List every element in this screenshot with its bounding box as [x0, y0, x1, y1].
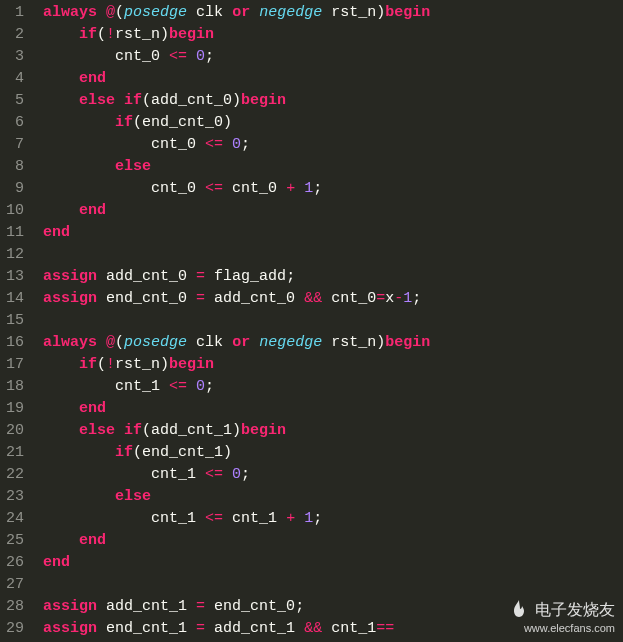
line-number: 23 — [4, 486, 24, 508]
watermark-brand: 电子发烧友 — [535, 600, 615, 621]
code-line — [34, 244, 623, 266]
code-line: if(end_cnt_1) — [34, 442, 623, 464]
watermark: 电子发烧友 www.elecfans.com — [507, 598, 615, 634]
code-line: cnt_1 <= 0; — [34, 464, 623, 486]
line-number: 28 — [4, 596, 24, 618]
line-number: 19 — [4, 398, 24, 420]
code-line: else if(add_cnt_1)begin — [34, 420, 623, 442]
flame-icon — [507, 598, 531, 622]
code-line: else — [34, 156, 623, 178]
code-line: cnt_0 <= 0; — [34, 46, 623, 68]
line-number: 8 — [4, 156, 24, 178]
code-line: else — [34, 486, 623, 508]
line-number: 7 — [4, 134, 24, 156]
line-number-gutter: 1234567891011121314151617181920212223242… — [0, 0, 30, 642]
line-number: 1 — [4, 2, 24, 24]
code-line: cnt_0 <= 0; — [34, 134, 623, 156]
line-number: 10 — [4, 200, 24, 222]
line-number: 14 — [4, 288, 24, 310]
line-number: 25 — [4, 530, 24, 552]
code-line: cnt_1 <= cnt_1 + 1; — [34, 508, 623, 530]
code-line: else if(add_cnt_0)begin — [34, 90, 623, 112]
code-line — [34, 574, 623, 596]
line-number: 26 — [4, 552, 24, 574]
line-number: 17 — [4, 354, 24, 376]
code-line: end — [34, 200, 623, 222]
code-line: end — [34, 398, 623, 420]
code-line: if(!rst_n)begin — [34, 24, 623, 46]
line-number: 4 — [4, 68, 24, 90]
code-line: assign add_cnt_0 = flag_add; — [34, 266, 623, 288]
line-number: 29 — [4, 618, 24, 640]
code-line: always @(posedge clk or negedge rst_n)be… — [34, 332, 623, 354]
line-number: 11 — [4, 222, 24, 244]
line-number: 2 — [4, 24, 24, 46]
line-number: 27 — [4, 574, 24, 596]
code-line: cnt_1 <= 0; — [34, 376, 623, 398]
line-number: 18 — [4, 376, 24, 398]
line-number: 9 — [4, 178, 24, 200]
code-line: end — [34, 552, 623, 574]
line-number: 21 — [4, 442, 24, 464]
code-line: if(!rst_n)begin — [34, 354, 623, 376]
code-editor: 1234567891011121314151617181920212223242… — [0, 0, 623, 642]
line-number: 16 — [4, 332, 24, 354]
code-line: assign end_cnt_0 = add_cnt_0 && cnt_0=x-… — [34, 288, 623, 310]
code-line: end — [34, 68, 623, 90]
line-number: 20 — [4, 420, 24, 442]
code-line: cnt_0 <= cnt_0 + 1; — [34, 178, 623, 200]
line-number: 3 — [4, 46, 24, 68]
line-number: 24 — [4, 508, 24, 530]
watermark-url: www.elecfans.com — [507, 622, 615, 634]
code-line: always @(posedge clk or negedge rst_n)be… — [34, 2, 623, 24]
line-number: 6 — [4, 112, 24, 134]
line-number: 15 — [4, 310, 24, 332]
line-number: 12 — [4, 244, 24, 266]
line-number: 5 — [4, 90, 24, 112]
code-content: always @(posedge clk or negedge rst_n)be… — [30, 0, 623, 642]
code-line: if(end_cnt_0) — [34, 112, 623, 134]
code-line — [34, 310, 623, 332]
code-line: end — [34, 530, 623, 552]
code-line: end — [34, 222, 623, 244]
line-number: 22 — [4, 464, 24, 486]
line-number: 13 — [4, 266, 24, 288]
